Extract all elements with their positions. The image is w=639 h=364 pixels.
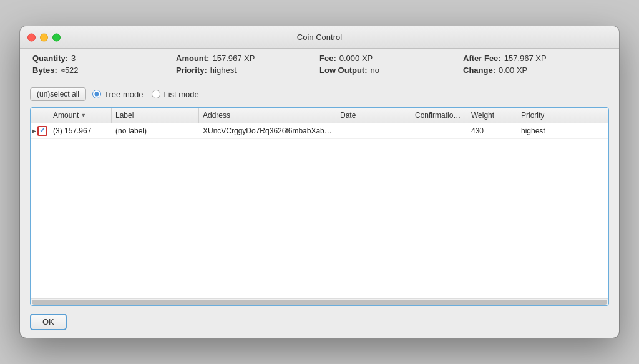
horizontal-scrollbar[interactable] xyxy=(31,298,608,305)
fee-label: Fee: xyxy=(320,54,336,63)
after-fee-value: 157.967 XP xyxy=(504,54,547,63)
info-bar: Quantity: 3 Amount: 157.967 XP Fee: 0.00… xyxy=(20,49,619,81)
quantity-info: Quantity: 3 xyxy=(32,54,176,63)
close-button[interactable] xyxy=(27,33,36,41)
priority-info: Priority: highest xyxy=(176,65,320,75)
row-address: XUncVCrggyDo7Rq3626t6mbabXabLf… xyxy=(199,124,336,138)
list-mode-label: List mode xyxy=(163,90,198,99)
traffic-lights xyxy=(27,33,61,41)
table-body: ▶ (3) 157.967 (no label) XUncVCrggyDo7Rq… xyxy=(31,123,608,298)
priority-value: highest xyxy=(210,65,237,75)
col-header-date[interactable]: Date xyxy=(336,108,411,123)
bytes-label: Bytes: xyxy=(32,65,57,75)
expand-cell: ▶ xyxy=(31,123,49,138)
priority-label: Priority: xyxy=(176,65,207,75)
expand-arrow-icon[interactable]: ▶ xyxy=(32,128,36,134)
col-header-expand xyxy=(31,108,49,123)
col-header-address[interactable]: Address xyxy=(199,108,336,123)
fee-info: Fee: 0.000 XP xyxy=(320,54,463,63)
col-header-amount[interactable]: Amount ▼ xyxy=(49,108,112,123)
table-row: ▶ (3) 157.967 (no label) XUncVCrggyDo7Rq… xyxy=(31,123,608,139)
tree-mode-label: Tree mode xyxy=(104,90,143,99)
titlebar: Coin Control xyxy=(20,26,619,49)
low-output-info: Low Output: no xyxy=(320,65,463,75)
low-output-value: no xyxy=(371,65,379,75)
table-header: Amount ▼ Label Address Date Confirmatio…… xyxy=(31,108,608,123)
scrollbar-thumb[interactable] xyxy=(32,300,607,305)
view-mode-radio-group: Tree mode List mode xyxy=(92,90,199,99)
coin-table: Amount ▼ Label Address Date Confirmatio…… xyxy=(30,107,609,306)
row-label: (no label) xyxy=(112,124,199,138)
change-label: Change: xyxy=(463,65,495,75)
quantity-label: Quantity: xyxy=(32,54,68,63)
fee-value: 0.000 XP xyxy=(339,54,373,63)
row-date xyxy=(336,128,411,133)
row-priority: highest xyxy=(517,124,573,138)
change-info: Change: 0.00 XP xyxy=(463,65,607,75)
list-mode-radio[interactable]: List mode xyxy=(152,90,198,99)
row-checkbox[interactable] xyxy=(37,126,47,136)
col-header-weight[interactable]: Weight xyxy=(467,108,517,123)
list-mode-radio-indicator xyxy=(152,90,160,98)
row-confirmations xyxy=(411,128,467,133)
col-header-priority[interactable]: Priority xyxy=(517,108,573,123)
after-fee-info: After Fee: 157.967 XP xyxy=(463,54,607,63)
coin-control-window: Coin Control Quantity: 3 Amount: 157.967… xyxy=(20,26,619,338)
window-title: Coin Control xyxy=(297,32,342,42)
row-amount-value: 157.967 xyxy=(64,127,91,135)
sort-arrow-icon: ▼ xyxy=(80,112,86,118)
low-output-label: Low Output: xyxy=(320,65,368,75)
change-value: 0.00 XP xyxy=(499,65,527,75)
ok-button[interactable]: OK xyxy=(30,314,67,330)
col-header-label[interactable]: Label xyxy=(112,108,199,123)
tree-mode-radio[interactable]: Tree mode xyxy=(92,90,143,99)
bytes-value: ≈522 xyxy=(61,65,79,75)
amount-label: Amount: xyxy=(176,54,209,63)
quantity-value: 3 xyxy=(71,54,76,63)
row-amount: (3) 157.967 xyxy=(49,124,112,138)
amount-info: Amount: 157.967 XP xyxy=(176,54,320,63)
maximize-button[interactable] xyxy=(52,33,61,41)
toolbar: (un)select all Tree mode List mode xyxy=(20,81,619,107)
tree-mode-radio-indicator xyxy=(92,90,101,98)
row-weight: 430 xyxy=(467,124,517,138)
row-count: (3) xyxy=(53,127,62,135)
footer: OK xyxy=(20,306,619,338)
bytes-info: Bytes: ≈522 xyxy=(32,65,176,75)
unselect-all-button[interactable]: (un)select all xyxy=(30,87,86,101)
after-fee-label: After Fee: xyxy=(463,54,501,63)
col-header-confirmations[interactable]: Confirmatio… xyxy=(411,108,467,123)
amount-value: 157.967 XP xyxy=(212,54,255,63)
minimize-button[interactable] xyxy=(40,33,48,41)
